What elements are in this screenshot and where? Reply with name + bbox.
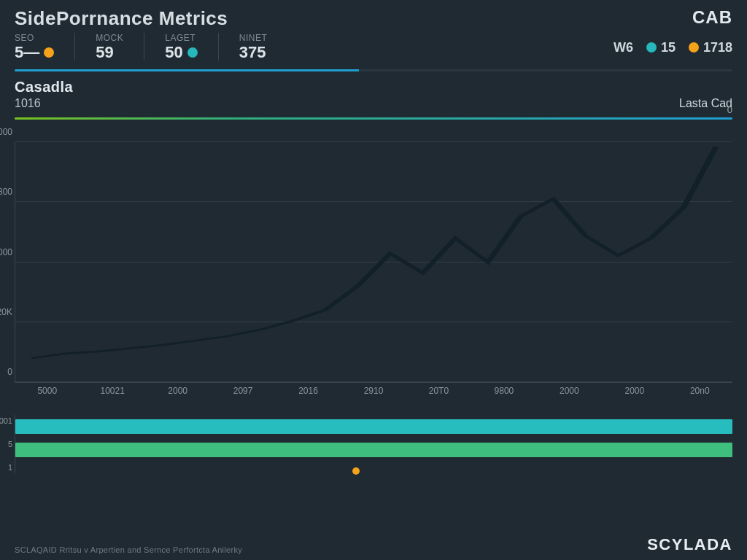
dot-icon <box>44 47 54 58</box>
w6-label: W6 <box>614 40 633 55</box>
metric-seo: SEO 5— <box>15 33 54 62</box>
section-name: Casadla <box>15 79 73 96</box>
section-right-label: Lasta Cad <box>679 97 732 110</box>
y-tick: 0 <box>7 367 12 377</box>
x-tick: 2016 <box>276 386 341 396</box>
main-chart: 1100001580011000020K0 <box>15 142 732 383</box>
hbar <box>15 443 732 457</box>
x-tick: 5000 <box>15 386 80 396</box>
divider <box>218 33 219 61</box>
hbar <box>15 419 732 434</box>
legend-pair-orange: 1718 <box>689 40 732 55</box>
x-tick: 9800 <box>471 386 536 396</box>
y-tick: 2001 <box>0 416 12 425</box>
dot-icon <box>646 42 657 52</box>
dot-icon <box>689 42 699 52</box>
y-tick: 110000 <box>0 247 12 257</box>
divider <box>74 33 75 61</box>
footer-caption: SCLAQAID Rritsu v Arpertien and Sernce P… <box>15 545 242 554</box>
x-tick: 2000 <box>537 386 602 396</box>
x-tick: 2097 <box>210 386 275 396</box>
metrics-strip: SEO 5— MOCK 59 LAGET 50 NINET 375 W6 15 … <box>0 33 747 66</box>
x-tick: 2000 <box>145 386 210 396</box>
metric-laget: LAGET 50 <box>165 33 197 62</box>
x-tick: 20n0 <box>667 386 732 396</box>
page-title: SidePorrnance Metrics <box>15 7 228 30</box>
x-tick: 2910 <box>341 386 406 396</box>
marker-dot-icon <box>352 467 360 475</box>
x-tick: 10021 <box>80 386 144 396</box>
section-value: 1016 <box>15 97 73 110</box>
x-axis: 500010021200020972016291020T098002000200… <box>15 386 732 396</box>
range-slider[interactable]: 0 <box>15 114 732 122</box>
y-tick: 20K <box>0 307 12 317</box>
slider-end-label: 0 <box>727 104 732 115</box>
y-tick: 15800 <box>0 187 12 197</box>
legend-pair-teal: 15 <box>646 40 676 55</box>
x-tick: 2000 <box>602 386 667 396</box>
y-tick: 5 <box>8 440 12 448</box>
metric-ninet: NINET 375 <box>239 33 268 62</box>
footer-brand: SCYLADA <box>647 535 732 554</box>
y-tick: 1 <box>8 463 12 472</box>
header-cab: CAB <box>692 7 732 28</box>
divider <box>144 33 144 61</box>
metrics-right: W6 15 1718 <box>614 40 732 55</box>
lower-chart: 200151 <box>15 415 732 473</box>
y-tick: 110000 <box>0 127 12 137</box>
metric-mock: MOCK 59 <box>96 33 123 62</box>
slider-track <box>15 117 732 120</box>
x-tick: 20T0 <box>406 386 471 396</box>
dot-icon <box>187 47 198 58</box>
metric-label: SEO <box>15 33 34 43</box>
